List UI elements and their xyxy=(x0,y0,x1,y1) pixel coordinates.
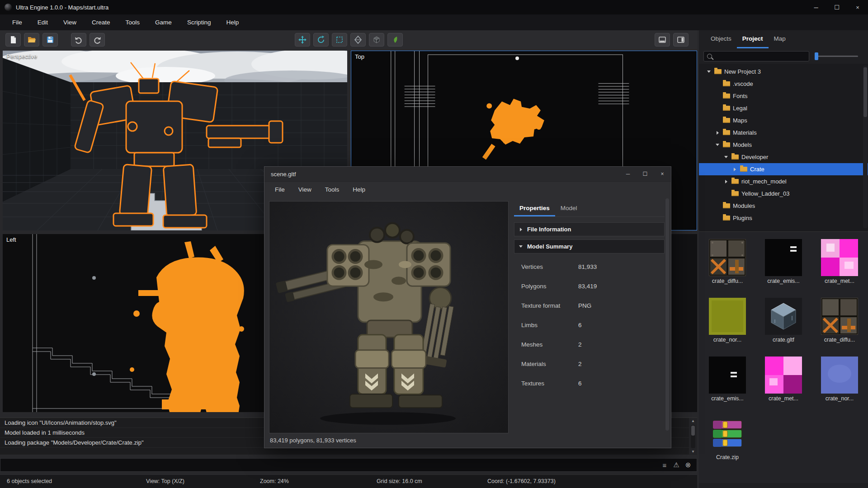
menu-scripting[interactable]: Scripting xyxy=(179,14,219,30)
search-input[interactable] xyxy=(715,52,806,60)
slider-handle[interactable] xyxy=(815,52,818,60)
asset-crate-gltf[interactable]: crate.gltf xyxy=(755,298,811,357)
menu-game[interactable]: Game xyxy=(147,14,179,30)
tab-objects[interactable]: Objects xyxy=(705,30,737,48)
asset-crate-zip[interactable]: Crate.zip xyxy=(699,415,755,474)
tree-item-fonts[interactable]: Fonts xyxy=(699,90,868,102)
model-menu-help[interactable]: Help xyxy=(346,182,372,198)
expand-arrow-icon[interactable] xyxy=(732,167,737,172)
model-window-minimize-button[interactable]: ─ xyxy=(619,167,637,181)
open-folder-button[interactable] xyxy=(24,33,39,47)
command-input[interactable] xyxy=(0,459,659,471)
tree-item-riot-mech-model[interactable]: riot_mech_model xyxy=(699,175,868,188)
zip-archive-icon xyxy=(709,415,746,452)
console-scrollbar[interactable]: ▲ ▼ xyxy=(689,418,697,455)
layout-bottom-pane-button[interactable] xyxy=(655,33,670,47)
asset-crate-diffuse-2[interactable]: crate_diffu... xyxy=(811,298,868,357)
tree-item-modules[interactable]: Modules xyxy=(699,200,868,212)
model-window-titlebar[interactable]: scene.gltf ─ ☐ × xyxy=(264,167,671,182)
model-summary-properties: Vertices 81,933 Polygons 83,419 Texture … xyxy=(514,257,665,393)
expand-arrow-icon[interactable] xyxy=(518,244,524,249)
tab-model[interactable]: Model xyxy=(555,201,583,216)
prop-limbs: Limbs 6 xyxy=(514,315,665,335)
model-window-title: scene.gltf xyxy=(271,171,296,178)
scroll-down-icon[interactable]: ▼ xyxy=(691,449,695,455)
model-menu-view[interactable]: View xyxy=(292,182,318,198)
tree-item-models[interactable]: Models xyxy=(699,139,868,151)
tree-item-materials[interactable]: Materials xyxy=(699,127,868,139)
tree-label: New Project 3 xyxy=(724,68,761,75)
box-select-tool-button[interactable] xyxy=(332,33,347,47)
model-window-close-button[interactable]: × xyxy=(654,167,671,181)
section-model-summary[interactable]: Model Summary xyxy=(514,239,665,253)
folder-icon xyxy=(731,191,739,196)
asset-crate-normal-olive[interactable]: crate_nor... xyxy=(699,298,755,357)
menu-tools[interactable]: Tools xyxy=(118,14,148,30)
metal-texture-thumbnail xyxy=(765,357,802,394)
open-folder-icon xyxy=(27,35,36,44)
rotate-tool-button[interactable] xyxy=(313,33,329,47)
model-window-scrollbar[interactable] xyxy=(665,198,669,431)
close-button[interactable]: × xyxy=(847,0,868,14)
asset-crate-metal-2[interactable]: crate_met... xyxy=(755,357,811,415)
tree-item-new-project-3[interactable]: New Project 3 xyxy=(699,66,868,78)
menu-edit[interactable]: Edit xyxy=(30,14,56,30)
asset-crate-metal[interactable]: crate_met... xyxy=(811,239,868,298)
menu-view[interactable]: View xyxy=(56,14,84,30)
tree-item-plugins[interactable]: Plugins xyxy=(699,212,868,224)
expand-arrow-icon[interactable] xyxy=(715,130,720,136)
search-box[interactable] xyxy=(703,51,809,61)
tree-label: .vscode xyxy=(733,80,753,87)
clear-console-icon[interactable]: ⊗ xyxy=(682,461,694,469)
asset-crate-diffuse[interactable]: crate_diffu... xyxy=(699,239,755,298)
undo-button[interactable] xyxy=(71,33,86,47)
new-file-button[interactable] xyxy=(5,33,21,47)
menu-file[interactable]: File xyxy=(5,14,30,30)
expand-arrow-icon[interactable] xyxy=(715,142,720,148)
expand-arrow-icon[interactable] xyxy=(723,155,729,160)
section-file-information[interactable]: File Information xyxy=(514,222,665,236)
tree-item-developer[interactable]: Developer xyxy=(699,151,868,163)
tab-map[interactable]: Map xyxy=(769,30,791,48)
model-preview[interactable] xyxy=(269,201,509,433)
tree-scrollbar[interactable] xyxy=(863,66,868,228)
face-tool-button[interactable] xyxy=(350,33,366,47)
tab-project[interactable]: Project xyxy=(737,30,769,48)
layout-right-pane-button[interactable] xyxy=(673,33,689,47)
minimize-button[interactable]: ─ xyxy=(806,0,826,14)
cube-tool-button[interactable] xyxy=(369,33,384,47)
tree-item-vscode[interactable]: .vscode xyxy=(699,78,868,90)
menu-help[interactable]: Help xyxy=(218,14,246,30)
scrollbar-thumb[interactable] xyxy=(863,67,867,117)
terrain-paint-tool-button[interactable] xyxy=(387,33,403,47)
log-list-icon[interactable]: ≡ xyxy=(659,461,670,469)
metal-texture-thumbnail xyxy=(821,239,858,276)
model-menu-tools[interactable]: Tools xyxy=(318,182,346,198)
expand-arrow-icon[interactable] xyxy=(518,227,524,232)
tree-item-legal[interactable]: Legal xyxy=(699,102,868,114)
asset-crate-emissive-2[interactable]: crate_emis... xyxy=(699,357,755,415)
tree-item-yellow-ladder-03[interactable]: Yellow_Ladder_03 xyxy=(699,188,868,200)
model-render xyxy=(269,202,508,433)
scroll-up-icon[interactable]: ▲ xyxy=(691,418,695,424)
model-window-maximize-button[interactable]: ☐ xyxy=(637,167,654,181)
menubar: File Edit View Create Tools Game Scripti… xyxy=(0,14,868,30)
menu-create[interactable]: Create xyxy=(84,14,118,30)
asset-crate-normal-blue[interactable]: crate_nor... xyxy=(811,357,868,415)
search-icon xyxy=(707,54,712,59)
model-menu-file[interactable]: File xyxy=(268,182,292,198)
warnings-icon[interactable]: ⚠ xyxy=(670,461,682,469)
prop-vertices: Vertices 81,933 xyxy=(514,257,665,277)
scrollbar-thumb[interactable] xyxy=(691,426,695,436)
tree-item-maps[interactable]: Maps xyxy=(699,114,868,127)
thumbnail-size-slider[interactable] xyxy=(815,56,858,57)
redo-button[interactable] xyxy=(90,33,105,47)
tree-item-crate[interactable]: Crate xyxy=(699,163,868,175)
asset-crate-emissive[interactable]: crate_emis... xyxy=(755,239,811,298)
tab-properties[interactable]: Properties xyxy=(514,201,555,216)
expand-arrow-icon[interactable] xyxy=(706,69,712,75)
save-button[interactable] xyxy=(42,33,58,47)
maximize-button[interactable]: ☐ xyxy=(826,0,847,14)
expand-arrow-icon[interactable] xyxy=(723,179,729,184)
move-tool-button[interactable] xyxy=(295,33,310,47)
